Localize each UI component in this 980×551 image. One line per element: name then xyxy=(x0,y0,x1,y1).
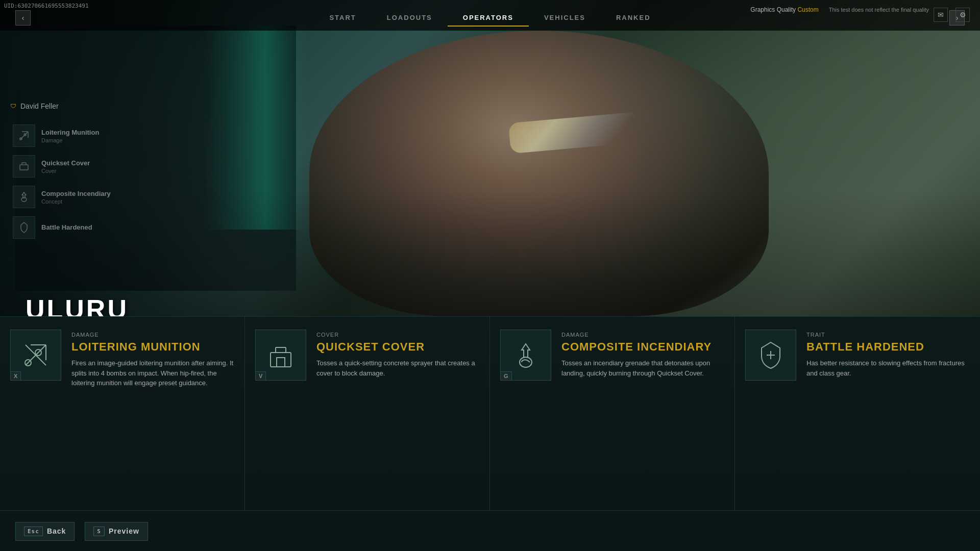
bottom-action-bar: Esc Back S Preview xyxy=(0,511,980,551)
mail-icon[interactable]: ✉ xyxy=(934,8,948,22)
ability-card-quickset[interactable]: V Cover Quickset Cover Tosses a quick-se… xyxy=(245,317,490,510)
ability-icon-quickset: V xyxy=(255,330,306,381)
sidebar-shield-icon: 🛡 xyxy=(10,103,16,110)
sidebar-ability-composite[interactable]: Composite Incendiary Concept xyxy=(10,182,153,212)
tab-start[interactable]: START xyxy=(314,10,371,27)
back-button[interactable]: Esc Back xyxy=(15,522,75,541)
svg-line-0 xyxy=(20,132,28,140)
sidebar-ability-battle[interactable]: Battle Hardened xyxy=(10,212,153,243)
ability-name-quickset: Quickset Cover xyxy=(316,341,479,353)
preview-key-badge: S xyxy=(93,527,105,536)
sidebar-ability-loitering[interactable]: Loitering Munition Damage xyxy=(10,120,153,151)
nav-prev-button[interactable]: ‹ xyxy=(15,10,31,26)
sidebar-ability-icon-composite xyxy=(13,186,35,208)
sidebar-ability-icon-battle xyxy=(13,216,35,239)
ability-card-composite[interactable]: G Damage Composite Incendiary Tosses an … xyxy=(490,317,735,510)
back-label: Back xyxy=(47,527,66,535)
ability-name-loitering: Loitering Munition xyxy=(71,341,234,353)
ability-sidebar: 🛡 David Feller Loitering Munition Damage xyxy=(10,102,153,243)
ability-card-battle[interactable]: Trait Battle Hardened Has better resista… xyxy=(735,317,980,510)
ability-desc-loitering: Fires an image-guided loitering munition… xyxy=(71,358,234,388)
uid-text: UID:630270661695553823491 xyxy=(4,3,89,9)
ability-key-quickset: V xyxy=(255,371,266,381)
bottom-panel: X Damage Loitering Munition Fires an ima… xyxy=(0,316,980,551)
svg-rect-20 xyxy=(277,358,285,367)
ability-name-composite: Composite Incendiary xyxy=(561,341,724,353)
ability-card-loitering[interactable]: X Damage Loitering Munition Fires an ima… xyxy=(0,317,245,510)
tab-vehicles[interactable]: VEHICLES xyxy=(529,10,601,27)
top-right-info: Graphics Quality Custom This test does n… xyxy=(750,6,929,13)
svg-rect-16 xyxy=(271,353,291,367)
sidebar-ability-info-composite: Composite Incendiary Concept xyxy=(41,190,111,205)
settings-icon[interactable]: ⚙ xyxy=(955,8,970,22)
tab-loadouts[interactable]: LOADOUTS xyxy=(372,10,448,27)
svg-rect-5 xyxy=(20,165,28,170)
ability-desc-battle: Has better resistance to slowing effects… xyxy=(806,358,970,378)
ability-content-composite: Damage Composite Incendiary Tosses an in… xyxy=(561,330,724,497)
top-icons-container: ✉ ⚙ xyxy=(934,8,970,22)
sidebar-ability-info-battle: Battle Hardened xyxy=(41,223,92,232)
character-face xyxy=(309,31,769,316)
top-navigation-bar: UID:630270661695553823491 ‹ START LOADOU… xyxy=(0,0,980,31)
ability-content-loitering: Damage Loitering Munition Fires an image… xyxy=(71,330,234,497)
ability-content-quickset: Cover Quickset Cover Tosses a quick-sett… xyxy=(316,330,479,497)
ability-type-composite: Damage xyxy=(561,332,589,338)
ability-desc-composite: Tosses an incendiary grenade that detona… xyxy=(561,358,724,378)
tab-operators[interactable]: OPERATORS xyxy=(448,10,529,27)
ability-name-battle: Battle Hardened xyxy=(806,341,970,353)
sidebar-operator-name: 🛡 David Feller xyxy=(10,102,153,110)
ability-key-composite: G xyxy=(500,371,512,381)
sidebar-ability-icon-quickset xyxy=(13,155,35,178)
preview-button[interactable]: S Preview xyxy=(85,522,148,541)
ability-type-quickset: Cover xyxy=(316,332,339,338)
ability-icon-composite: G xyxy=(500,330,551,381)
preview-label: Preview xyxy=(109,527,139,535)
ability-type-battle: Trait xyxy=(806,332,825,338)
sidebar-ability-info-loitering: Loitering Munition Damage xyxy=(41,129,99,143)
graphics-quality-text: Graphics Quality Custom xyxy=(750,6,818,13)
ability-type-loitering: Damage xyxy=(71,332,99,338)
ability-content-battle: Trait Battle Hardened Has better resista… xyxy=(806,330,970,497)
quality-notice-text: This test does not reflect the final qua… xyxy=(829,7,929,13)
sidebar-ability-info-quickset: Quickset Cover Cover xyxy=(41,159,90,174)
ability-icon-battle xyxy=(745,330,796,381)
sidebar-ability-icon-loitering xyxy=(13,124,35,147)
tab-ranked[interactable]: RANKED xyxy=(601,10,666,27)
back-key-badge: Esc xyxy=(24,527,43,536)
ability-icon-loitering: X xyxy=(10,330,61,381)
abilities-grid: X Damage Loitering Munition Fires an ima… xyxy=(0,317,980,511)
ability-key-loitering: X xyxy=(10,371,21,381)
sidebar-ability-quickset[interactable]: Quickset Cover Cover xyxy=(10,151,153,182)
ability-desc-quickset: Tosses a quick-setting concrete sprayer … xyxy=(316,358,479,378)
